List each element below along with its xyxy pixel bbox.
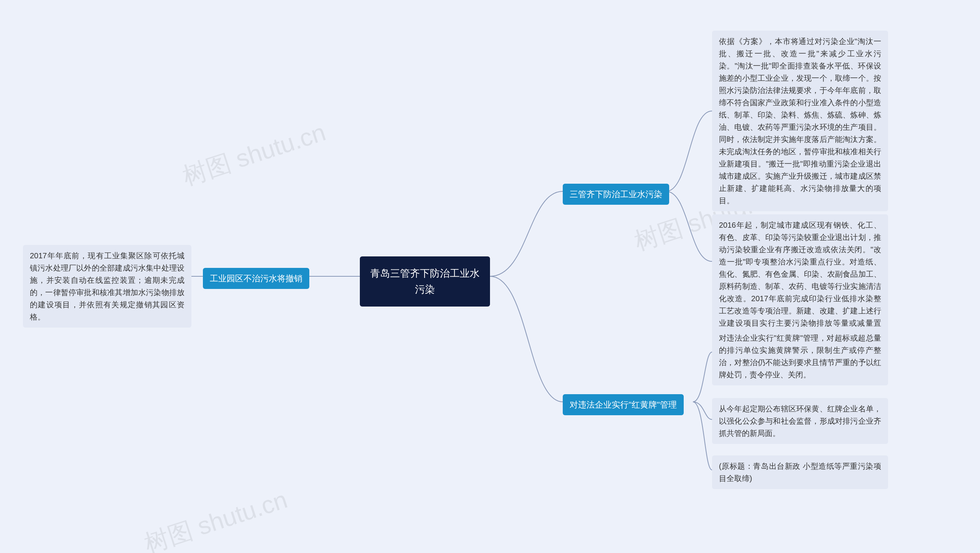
right-leaf-2b-text: 从今年起定期公布辖区环保黄、红牌企业名单，以强化公众参与和社会监督，形成对排污企… bbox=[719, 405, 881, 437]
root-title: 青岛三管齐下防治工业水污染 bbox=[370, 268, 480, 295]
left-branch-1-label: 工业园区不治污水将撤销 bbox=[210, 274, 302, 283]
right-leaf-2b[interactable]: 从今年起定期公布辖区环保黄、红牌企业名单，以强化公众参与和社会监督，形成对排污企… bbox=[712, 398, 888, 444]
left-leaf-1-text: 2017年年底前，现有工业集聚区除可依托城镇污水处理厂以外的全部建成污水集中处理… bbox=[30, 251, 185, 321]
right-leaf-1b-text: 2016年起，制定城市建成区现有钢铁、化工、有色、皮革、印染等污染较重企业退出计… bbox=[719, 221, 881, 339]
right-leaf-1a[interactable]: 依据《方案》，本市将通过对污染企业"淘汰一批、搬迁一批、改造一批"来减少工业水污… bbox=[712, 31, 888, 211]
root-node[interactable]: 青岛三管齐下防治工业水污染 bbox=[360, 256, 490, 307]
right-leaf-2a[interactable]: 对违法企业实行"红黄牌"管理，对超标或超总量的排污单位实施黄牌警示，限制生产或停… bbox=[712, 327, 888, 385]
right-leaf-1a-text: 依据《方案》，本市将通过对污染企业"淘汰一批、搬迁一批、改造一批"来减少工业水污… bbox=[719, 37, 881, 205]
right-branch-1-label: 三管齐下防治工业水污染 bbox=[570, 189, 662, 199]
right-leaf-2c-text: (原标题：青岛出台新政 小型造纸等严重污染项目全取缔) bbox=[719, 462, 881, 483]
watermark: 树图 shutu.cn bbox=[140, 483, 292, 553]
watermark: 树图 shutu.cn bbox=[178, 116, 330, 193]
right-leaf-2a-text: 对违法企业实行"红黄牌"管理，对超标或超总量的排污单位实施黄牌警示，限制生产或停… bbox=[719, 334, 881, 379]
right-branch-2[interactable]: 对违法企业实行"红黄牌"管理 bbox=[563, 394, 684, 415]
right-leaf-1b[interactable]: 2016年起，制定城市建成区现有钢铁、化工、有色、皮革、印染等污染较重企业退出计… bbox=[712, 214, 888, 346]
right-branch-2-label: 对违法企业实行"红黄牌"管理 bbox=[570, 400, 677, 409]
right-branch-1[interactable]: 三管齐下防治工业水污染 bbox=[563, 184, 669, 205]
left-leaf-1[interactable]: 2017年年底前，现有工业集聚区除可依托城镇污水处理厂以外的全部建成污水集中处理… bbox=[23, 245, 191, 328]
right-leaf-2c[interactable]: (原标题：青岛出台新政 小型造纸等严重污染项目全取缔) bbox=[712, 455, 888, 489]
left-branch-1[interactable]: 工业园区不治污水将撤销 bbox=[203, 268, 309, 289]
